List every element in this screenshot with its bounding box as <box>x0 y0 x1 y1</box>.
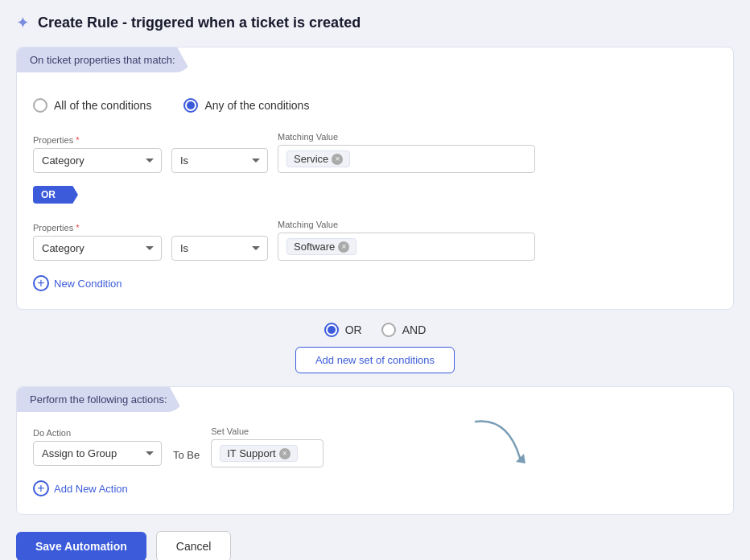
or-radio-circle <box>324 323 339 337</box>
page-container: ✦ Create Rule - triggered when a ticket … <box>0 0 750 560</box>
all-conditions-radio-circle <box>33 98 47 113</box>
operator-label-2 <box>171 223 268 233</box>
operator-select-1[interactable]: Is Is Not Contains <box>171 148 268 173</box>
matching-value-input-1[interactable]: Service × <box>278 145 535 173</box>
and-radio[interactable]: AND <box>381 323 427 337</box>
do-action-select[interactable]: Assign to Group Assign to Agent Set Prio… <box>33 441 162 466</box>
tag-service-text: Service <box>294 153 328 165</box>
tag-software-text: Software <box>294 241 335 253</box>
or-and-row: OR AND <box>16 323 734 337</box>
matching-value-group-1: Matching Value Service × <box>278 132 535 173</box>
conditions-header: All of the conditions Any of the conditi… <box>17 85 733 122</box>
actions-banner: Perform the following actions: <box>17 387 183 412</box>
any-conditions-label: Any of the conditions <box>204 99 309 112</box>
do-action-group: Do Action Assign to Group Assign to Agen… <box>33 428 162 466</box>
page-header: ✦ Create Rule - triggered when a ticket … <box>16 13 734 32</box>
property-select-2[interactable]: Category Priority Status <box>33 236 162 261</box>
sparkle-icon: ✦ <box>16 13 30 32</box>
all-conditions-label: All of the conditions <box>54 99 151 112</box>
action-row: Do Action Assign to Group Assign to Agen… <box>17 422 733 472</box>
condition-row-1: Properties * Category Priority Status Is… <box>17 122 733 179</box>
condition-row-2: Properties * Category Priority Status Is… <box>17 210 733 267</box>
footer-buttons: Save Automation Cancel <box>16 528 734 560</box>
tag-service: Service × <box>286 150 350 167</box>
actions-card: Perform the following actions: Do Action… <box>16 386 734 515</box>
remove-software-btn[interactable]: × <box>338 241 349 253</box>
add-conditions-set-button[interactable]: Add new set of conditions <box>295 347 455 373</box>
operator-field-group-2: Is Is Not Contains <box>171 223 268 261</box>
add-action-icon: + <box>33 480 49 496</box>
or-separator: OR <box>33 186 78 204</box>
property-select-1[interactable]: Category Priority Status <box>33 148 162 173</box>
do-action-label: Do Action <box>33 428 162 438</box>
tag-it-support-text: IT Support <box>227 447 275 459</box>
cancel-button[interactable]: Cancel <box>156 531 232 560</box>
property-label-2: Properties * <box>33 223 162 233</box>
page-title: Create Rule - triggered when a ticket is… <box>38 14 361 31</box>
tag-it-support: IT Support × <box>220 445 297 462</box>
new-condition-button[interactable]: + New Condition <box>17 270 138 296</box>
matching-value-label-1: Matching Value <box>278 132 535 142</box>
all-conditions-radio[interactable]: All of the conditions <box>33 98 151 113</box>
and-label: AND <box>402 323 427 336</box>
operator-field-group-1: Is Is Not Contains <box>171 135 268 173</box>
remove-service-btn[interactable]: × <box>332 154 343 165</box>
or-radio[interactable]: OR <box>324 323 362 337</box>
matching-value-label-2: Matching Value <box>278 220 535 229</box>
matching-value-group-2: Matching Value Software × <box>278 220 535 261</box>
set-value-label: Set Value <box>211 426 323 436</box>
and-radio-circle <box>381 323 396 337</box>
any-conditions-radio-circle <box>183 98 198 113</box>
new-condition-label: New Condition <box>54 278 122 290</box>
remove-it-support-btn[interactable]: × <box>279 448 291 459</box>
add-action-button[interactable]: + Add New Action <box>17 476 144 501</box>
set-value-input[interactable]: IT Support × <box>211 439 323 467</box>
operator-select-2[interactable]: Is Is Not Contains <box>171 236 268 261</box>
property-field-group-2: Properties * Category Priority Status <box>33 223 162 261</box>
operator-label-1 <box>171 135 268 145</box>
conditions-banner: On ticket properties that match: <box>17 47 192 72</box>
tag-software: Software × <box>286 238 356 255</box>
property-label-1: Properties * <box>33 135 162 145</box>
save-button[interactable]: Save Automation <box>16 532 146 560</box>
any-conditions-radio[interactable]: Any of the conditions <box>183 98 309 113</box>
condition-fields-1: Properties * Category Priority Status Is… <box>33 132 717 173</box>
or-label: OR <box>345 323 362 336</box>
add-action-label: Add New Action <box>54 483 128 495</box>
conditions-card: On ticket properties that match: All of … <box>16 47 734 310</box>
add-condition-icon: + <box>33 275 49 291</box>
set-value-group: Set Value IT Support × <box>211 426 323 467</box>
to-be-label: To Be <box>173 433 200 461</box>
condition-fields-2: Properties * Category Priority Status Is… <box>33 220 717 261</box>
property-field-group-1: Properties * Category Priority Status <box>33 135 162 173</box>
matching-value-input-2[interactable]: Software × <box>278 233 535 261</box>
